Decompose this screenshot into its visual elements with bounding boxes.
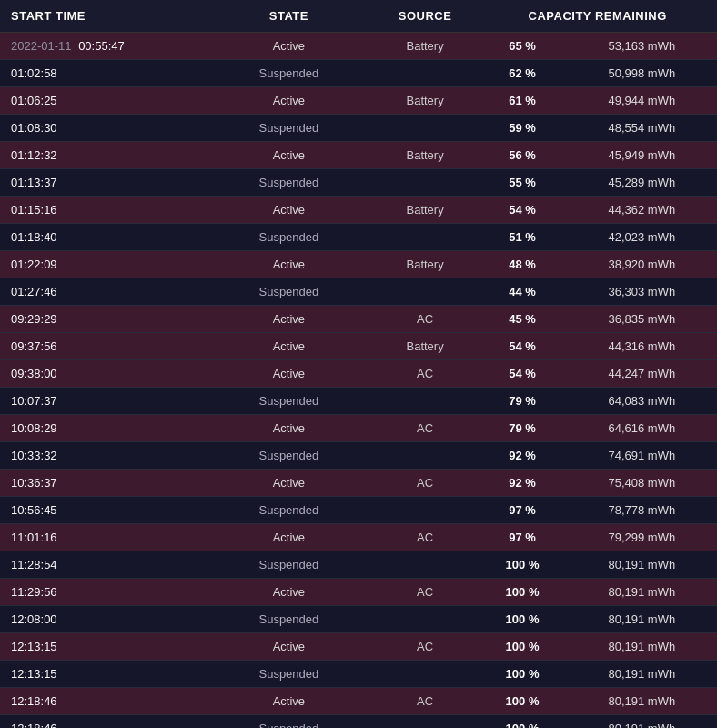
start-time-cell: 11:29:56: [0, 579, 206, 606]
state-cell: Suspended: [206, 606, 372, 633]
start-time-cell: 12:18:46: [0, 715, 206, 729]
capacity-pct-cell: 97 %: [478, 524, 566, 551]
capacity-mwh-cell: 45,289 mWh: [567, 169, 717, 197]
time-part: 00:55:47: [78, 39, 125, 53]
start-time-cell: 01:13:37: [0, 169, 206, 197]
source-cell: [372, 715, 478, 729]
start-time-cell: 11:28:54: [0, 551, 206, 579]
start-time-cell: 10:08:29: [0, 415, 206, 442]
source-cell: [372, 224, 478, 251]
source-cell: AC: [372, 415, 478, 442]
time-part: 01:08:30: [11, 121, 57, 135]
start-time-cell: 10:36:37: [0, 470, 206, 497]
capacity-mwh-cell: 75,408 mWh: [567, 470, 717, 497]
source-cell: AC: [372, 688, 478, 715]
table-row: 10:33:32Suspended92 %74,691 mWh: [0, 442, 717, 470]
state-cell: Active: [206, 87, 372, 115]
start-time-cell: 10:33:32: [0, 442, 206, 470]
state-cell: Active: [206, 579, 372, 606]
source-cell: AC: [372, 633, 478, 661]
start-time-cell: 01:02:58: [0, 60, 206, 87]
table-row: 12:18:46Suspended100 %80,191 mWh: [0, 715, 717, 729]
capacity-pct-cell: 92 %: [478, 470, 566, 497]
time-part: 01:13:37: [11, 176, 57, 189]
capacity-pct-cell: 61 %: [478, 87, 566, 115]
table-row: 01:08:30Suspended59 %48,554 mWh: [0, 115, 717, 142]
state-cell: Active: [206, 360, 372, 388]
time-part: 12:13:15: [11, 667, 57, 681]
capacity-mwh-cell: 48,554 mWh: [567, 115, 717, 142]
table-row: 2022-01-11 00:55:47ActiveBattery65 %53,1…: [0, 33, 717, 60]
capacity-pct-cell: 100 %: [478, 688, 566, 715]
header-start-time: START TIME: [0, 0, 206, 33]
source-cell: [372, 497, 478, 524]
source-cell: Battery: [372, 197, 478, 224]
state-cell: Suspended: [206, 115, 372, 142]
capacity-mwh-cell: 53,163 mWh: [567, 33, 717, 60]
state-cell: Suspended: [206, 442, 372, 470]
state-cell: Active: [206, 688, 372, 715]
capacity-mwh-cell: 80,191 mWh: [567, 633, 717, 661]
capacity-mwh-cell: 80,191 mWh: [567, 661, 717, 688]
capacity-mwh-cell: 64,083 mWh: [567, 388, 717, 415]
capacity-mwh-cell: 50,998 mWh: [567, 60, 717, 87]
source-cell: [372, 606, 478, 633]
capacity-pct-cell: 54 %: [478, 360, 566, 388]
source-cell: [372, 169, 478, 197]
state-cell: Active: [206, 633, 372, 661]
source-cell: AC: [372, 470, 478, 497]
state-cell: Active: [206, 251, 372, 278]
table-row: 10:08:29ActiveAC79 %64,616 mWh: [0, 415, 717, 442]
start-time-cell: 2022-01-11 00:55:47: [0, 33, 206, 60]
start-time-cell: 09:37:56: [0, 333, 206, 360]
capacity-mwh-cell: 78,778 mWh: [567, 497, 717, 524]
capacity-pct-cell: 54 %: [478, 197, 566, 224]
header-state: STATE: [206, 0, 372, 33]
capacity-mwh-cell: 80,191 mWh: [567, 551, 717, 579]
capacity-mwh-cell: 38,920 mWh: [567, 251, 717, 278]
capacity-pct-cell: 44 %: [478, 278, 566, 306]
time-part: 10:08:29: [11, 421, 57, 435]
capacity-pct-cell: 55 %: [478, 169, 566, 197]
table-row: 01:06:25ActiveBattery61 %49,944 mWh: [0, 87, 717, 115]
capacity-mwh-cell: 79,299 mWh: [567, 524, 717, 551]
source-cell: Battery: [372, 142, 478, 169]
capacity-mwh-cell: 44,316 mWh: [567, 333, 717, 360]
time-part: 10:56:45: [11, 503, 57, 517]
time-part: 01:15:16: [11, 203, 57, 217]
state-cell: Suspended: [206, 169, 372, 197]
source-cell: [372, 442, 478, 470]
time-part: 12:08:00: [11, 612, 57, 626]
table-row: 10:56:45Suspended97 %78,778 mWh: [0, 497, 717, 524]
capacity-pct-cell: 100 %: [478, 633, 566, 661]
capacity-mwh-cell: 36,303 mWh: [567, 278, 717, 306]
start-time-cell: 10:56:45: [0, 497, 206, 524]
table-row: 01:18:40Suspended51 %42,023 mWh: [0, 224, 717, 251]
capacity-pct-cell: 51 %: [478, 224, 566, 251]
capacity-mwh-cell: 42,023 mWh: [567, 224, 717, 251]
start-time-cell: 11:01:16: [0, 524, 206, 551]
time-part: 10:33:32: [11, 449, 57, 462]
table-row: 11:28:54Suspended100 %80,191 mWh: [0, 551, 717, 579]
start-time-cell: 01:12:32: [0, 142, 206, 169]
capacity-mwh-cell: 64,616 mWh: [567, 415, 717, 442]
state-cell: Suspended: [206, 224, 372, 251]
start-time-cell: 01:22:09: [0, 251, 206, 278]
state-cell: Suspended: [206, 715, 372, 729]
capacity-pct-cell: 56 %: [478, 142, 566, 169]
capacity-mwh-cell: 49,944 mWh: [567, 87, 717, 115]
time-part: 09:37:56: [11, 339, 57, 353]
table-row: 01:15:16ActiveBattery54 %44,362 mWh: [0, 197, 717, 224]
start-time-cell: 12:08:00: [0, 606, 206, 633]
source-cell: [372, 115, 478, 142]
capacity-pct-cell: 79 %: [478, 415, 566, 442]
state-cell: Suspended: [206, 661, 372, 688]
capacity-mwh-cell: 80,191 mWh: [567, 606, 717, 633]
capacity-pct-cell: 48 %: [478, 251, 566, 278]
table-row: 01:22:09ActiveBattery48 %38,920 mWh: [0, 251, 717, 278]
time-part: 01:12:32: [11, 148, 57, 162]
start-time-cell: 01:18:40: [0, 224, 206, 251]
source-cell: AC: [372, 524, 478, 551]
date-part: 2022-01-11: [11, 39, 75, 53]
capacity-pct-cell: 100 %: [478, 551, 566, 579]
